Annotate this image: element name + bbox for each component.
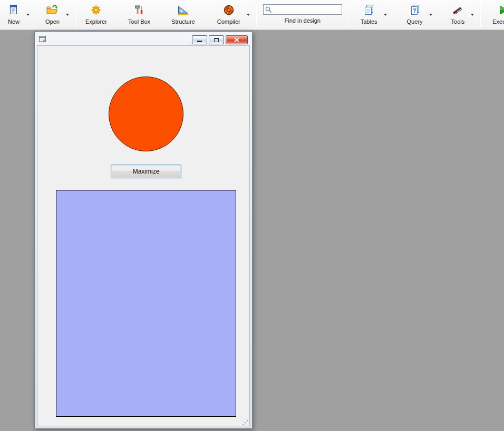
turbine-icon <box>222 3 235 17</box>
open-button-label: Open <box>45 18 60 25</box>
gear-icon <box>90 3 102 17</box>
tools-button[interactable]: Tools <box>447 0 469 30</box>
execute-button[interactable]: Execute <box>488 0 504 30</box>
search-icon <box>265 6 272 13</box>
close-icon <box>234 37 239 42</box>
toolbar: New Open <box>0 0 504 30</box>
find-in-design-input[interactable] <box>263 4 342 15</box>
query-button[interactable]: ? Query <box>403 0 427 30</box>
tools-button-group: Tools <box>447 0 477 30</box>
toolbar-separator <box>348 3 349 27</box>
toolbar-separator <box>75 3 76 27</box>
toolbox-button-label: Tool Box <box>128 18 150 25</box>
compiler-button-label: Compiler <box>217 18 240 25</box>
structure-button[interactable]: Structure <box>167 0 199 30</box>
tables-button-label: Tables <box>361 18 377 25</box>
maximize-icon <box>214 38 219 42</box>
svg-text:?: ? <box>412 7 416 14</box>
query-page-icon: ? <box>409 3 421 17</box>
toolbar-separator <box>256 3 257 27</box>
explorer-button[interactable]: Explorer <box>81 0 111 30</box>
compiler-dropdown-arrow[interactable] <box>245 0 252 30</box>
desktop-background: Maximize <box>0 30 504 430</box>
query-dropdown-arrow[interactable] <box>427 0 434 30</box>
explorer-button-label: Explorer <box>85 18 107 25</box>
find-in-design-group: Find in design <box>263 0 342 30</box>
resize-grip[interactable] <box>242 418 248 425</box>
tables-dropdown-arrow[interactable] <box>382 0 389 30</box>
maximize-window-button[interactable] <box>209 35 224 44</box>
compiler-button-group: Compiler <box>213 0 252 30</box>
caption-buttons <box>192 35 248 44</box>
minimize-icon <box>197 41 202 42</box>
open-button[interactable]: Open <box>41 0 64 30</box>
window-titlebar[interactable] <box>35 32 252 45</box>
find-in-design-label: Find in design <box>285 17 321 24</box>
ellipse-shape <box>109 76 183 151</box>
find-in-design-box <box>263 4 342 15</box>
form-preview-window: Maximize <box>34 31 253 429</box>
play-icon <box>497 3 504 17</box>
execute-button-label: Execute <box>492 18 504 25</box>
new-dropdown-arrow[interactable] <box>24 0 32 30</box>
new-button[interactable]: New <box>3 0 24 30</box>
query-button-group: ? Query <box>403 0 434 30</box>
new-document-icon <box>7 3 20 17</box>
toolbox-button[interactable]: Tool Box <box>124 0 154 30</box>
tables-button-group: Tables <box>356 0 389 30</box>
open-button-group: Open <box>41 0 71 30</box>
new-button-label: New <box>8 18 20 25</box>
new-button-group: New <box>3 0 32 30</box>
structure-button-label: Structure <box>171 18 195 25</box>
toolbar-separator <box>480 3 481 27</box>
stacked-pages-icon <box>363 3 375 17</box>
form-icon <box>39 35 46 43</box>
maximize-form-button[interactable]: Maximize <box>111 165 181 178</box>
compiler-button[interactable]: Compiler <box>213 0 245 30</box>
open-folder-icon <box>46 3 59 17</box>
airbrush-icon <box>451 3 464 17</box>
close-button[interactable] <box>226 35 248 44</box>
form-client-area: Maximize <box>37 45 250 426</box>
query-button-label: Query <box>407 18 423 25</box>
open-dropdown-arrow[interactable] <box>64 0 71 30</box>
tools-button-label: Tools <box>451 18 465 25</box>
set-square-icon <box>177 3 189 17</box>
tools-dropdown-arrow[interactable] <box>469 0 476 30</box>
minimize-button[interactable] <box>192 35 207 44</box>
rectangle-shape <box>56 190 236 417</box>
tables-button[interactable]: Tables <box>356 0 382 30</box>
hammer-tools-icon <box>133 3 146 17</box>
